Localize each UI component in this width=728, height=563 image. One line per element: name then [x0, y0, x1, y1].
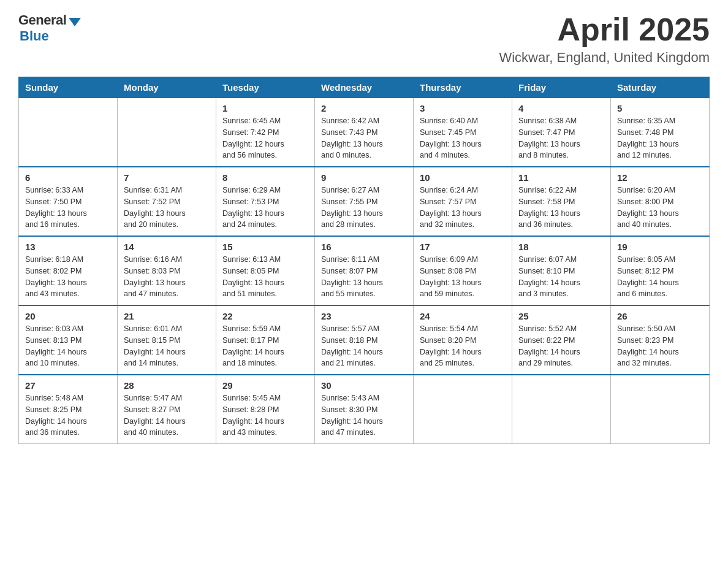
day-of-week-header: Tuesday: [216, 77, 315, 98]
calendar-cell: 26Sunrise: 5:50 AM Sunset: 8:23 PM Dayli…: [611, 305, 710, 375]
calendar-header-row: SundayMondayTuesdayWednesdayThursdayFrid…: [19, 77, 710, 98]
day-of-week-header: Saturday: [611, 77, 710, 98]
day-info: Sunrise: 6:35 AM Sunset: 7:48 PM Dayligh…: [617, 115, 703, 161]
day-info: Sunrise: 5:52 AM Sunset: 8:22 PM Dayligh…: [518, 323, 604, 369]
calendar-cell: 1Sunrise: 6:45 AM Sunset: 7:42 PM Daylig…: [216, 98, 315, 167]
logo-blue-text: Blue: [20, 28, 49, 44]
calendar-cell: 3Sunrise: 6:40 AM Sunset: 7:45 PM Daylig…: [414, 98, 512, 167]
calendar-cell: 28Sunrise: 5:47 AM Sunset: 8:27 PM Dayli…: [118, 375, 216, 444]
calendar-cell: 16Sunrise: 6:11 AM Sunset: 8:07 PM Dayli…: [315, 236, 414, 305]
calendar-cell: 15Sunrise: 6:13 AM Sunset: 8:05 PM Dayli…: [216, 236, 315, 305]
day-number: 29: [222, 380, 308, 391]
day-info: Sunrise: 6:29 AM Sunset: 7:53 PM Dayligh…: [222, 185, 308, 231]
day-number: 3: [420, 103, 506, 113]
calendar-cell: 11Sunrise: 6:22 AM Sunset: 7:58 PM Dayli…: [512, 167, 611, 236]
day-number: 24: [420, 311, 506, 321]
day-info: Sunrise: 6:31 AM Sunset: 7:52 PM Dayligh…: [124, 185, 210, 231]
calendar-cell: 23Sunrise: 5:57 AM Sunset: 8:18 PM Dayli…: [315, 305, 414, 375]
day-info: Sunrise: 6:33 AM Sunset: 7:50 PM Dayligh…: [25, 185, 111, 231]
day-number: 30: [321, 380, 407, 391]
calendar-cell: 25Sunrise: 5:52 AM Sunset: 8:22 PM Dayli…: [512, 305, 611, 375]
logo: General Blue: [18, 12, 81, 44]
day-number: 18: [518, 242, 604, 252]
day-number: 1: [222, 103, 308, 113]
logo-general-text: General: [18, 12, 66, 28]
day-info: Sunrise: 6:24 AM Sunset: 7:57 PM Dayligh…: [420, 185, 506, 231]
calendar-cell: 14Sunrise: 6:16 AM Sunset: 8:03 PM Dayli…: [118, 236, 216, 305]
calendar-cell: [611, 375, 710, 444]
day-info: Sunrise: 6:16 AM Sunset: 8:03 PM Dayligh…: [124, 254, 210, 300]
calendar-cell: 27Sunrise: 5:48 AM Sunset: 8:25 PM Dayli…: [19, 375, 118, 444]
day-number: 28: [124, 380, 210, 391]
logo-arrow-icon: [69, 18, 81, 26]
day-number: 22: [222, 311, 308, 321]
day-info: Sunrise: 6:27 AM Sunset: 7:55 PM Dayligh…: [321, 185, 407, 231]
calendar-cell: 17Sunrise: 6:09 AM Sunset: 8:08 PM Dayli…: [414, 236, 512, 305]
location-title: Wickwar, England, United Kingdom: [499, 50, 710, 66]
day-number: 5: [617, 103, 703, 113]
day-of-week-header: Friday: [512, 77, 611, 98]
day-number: 17: [420, 242, 506, 252]
day-of-week-header: Monday: [118, 77, 216, 98]
month-title: April 2025: [499, 12, 710, 47]
day-info: Sunrise: 5:50 AM Sunset: 8:23 PM Dayligh…: [617, 323, 703, 369]
calendar-cell: 7Sunrise: 6:31 AM Sunset: 7:52 PM Daylig…: [118, 167, 216, 236]
day-info: Sunrise: 5:47 AM Sunset: 8:27 PM Dayligh…: [124, 393, 210, 439]
calendar-cell: 22Sunrise: 5:59 AM Sunset: 8:17 PM Dayli…: [216, 305, 315, 375]
calendar-cell: 13Sunrise: 6:18 AM Sunset: 8:02 PM Dayli…: [19, 236, 118, 305]
day-number: 9: [321, 172, 407, 183]
day-of-week-header: Thursday: [414, 77, 512, 98]
day-number: 20: [25, 311, 111, 321]
day-number: 15: [222, 242, 308, 252]
day-info: Sunrise: 6:18 AM Sunset: 8:02 PM Dayligh…: [25, 254, 111, 300]
day-number: 23: [321, 311, 407, 321]
day-info: Sunrise: 5:54 AM Sunset: 8:20 PM Dayligh…: [420, 323, 506, 369]
calendar-cell: 12Sunrise: 6:20 AM Sunset: 8:00 PM Dayli…: [611, 167, 710, 236]
day-info: Sunrise: 6:22 AM Sunset: 7:58 PM Dayligh…: [518, 185, 604, 231]
day-info: Sunrise: 6:20 AM Sunset: 8:00 PM Dayligh…: [617, 185, 703, 231]
title-area: April 2025 Wickwar, England, United King…: [499, 12, 710, 66]
day-number: 12: [617, 172, 703, 183]
day-number: 8: [222, 172, 308, 183]
day-number: 25: [518, 311, 604, 321]
calendar-week-row: 20Sunrise: 6:03 AM Sunset: 8:13 PM Dayli…: [19, 305, 710, 375]
day-info: Sunrise: 6:42 AM Sunset: 7:43 PM Dayligh…: [321, 115, 407, 161]
calendar-cell: 10Sunrise: 6:24 AM Sunset: 7:57 PM Dayli…: [414, 167, 512, 236]
day-info: Sunrise: 5:43 AM Sunset: 8:30 PM Dayligh…: [321, 393, 407, 439]
calendar-cell: 9Sunrise: 6:27 AM Sunset: 7:55 PM Daylig…: [315, 167, 414, 236]
day-info: Sunrise: 5:45 AM Sunset: 8:28 PM Dayligh…: [222, 393, 308, 439]
page-header: General Blue April 2025 Wickwar, England…: [18, 12, 710, 66]
day-info: Sunrise: 6:05 AM Sunset: 8:12 PM Dayligh…: [617, 254, 703, 300]
day-number: 27: [25, 380, 111, 391]
calendar-cell: 8Sunrise: 6:29 AM Sunset: 7:53 PM Daylig…: [216, 167, 315, 236]
day-info: Sunrise: 6:45 AM Sunset: 7:42 PM Dayligh…: [222, 115, 308, 161]
calendar-cell: [19, 98, 118, 167]
calendar-cell: 6Sunrise: 6:33 AM Sunset: 7:50 PM Daylig…: [19, 167, 118, 236]
day-info: Sunrise: 5:59 AM Sunset: 8:17 PM Dayligh…: [222, 323, 308, 369]
day-info: Sunrise: 6:11 AM Sunset: 8:07 PM Dayligh…: [321, 254, 407, 300]
day-number: 26: [617, 311, 703, 321]
calendar-cell: 20Sunrise: 6:03 AM Sunset: 8:13 PM Dayli…: [19, 305, 118, 375]
day-info: Sunrise: 6:07 AM Sunset: 8:10 PM Dayligh…: [518, 254, 604, 300]
calendar-cell: 4Sunrise: 6:38 AM Sunset: 7:47 PM Daylig…: [512, 98, 611, 167]
calendar-week-row: 1Sunrise: 6:45 AM Sunset: 7:42 PM Daylig…: [19, 98, 710, 167]
day-info: Sunrise: 6:40 AM Sunset: 7:45 PM Dayligh…: [420, 115, 506, 161]
day-number: 21: [124, 311, 210, 321]
day-of-week-header: Wednesday: [315, 77, 414, 98]
day-info: Sunrise: 5:48 AM Sunset: 8:25 PM Dayligh…: [25, 393, 111, 439]
day-number: 19: [617, 242, 703, 252]
calendar-table: SundayMondayTuesdayWednesdayThursdayFrid…: [18, 77, 710, 444]
day-number: 6: [25, 172, 111, 183]
calendar-cell: 18Sunrise: 6:07 AM Sunset: 8:10 PM Dayli…: [512, 236, 611, 305]
calendar-cell: 29Sunrise: 5:45 AM Sunset: 8:28 PM Dayli…: [216, 375, 315, 444]
calendar-cell: [414, 375, 512, 444]
day-number: 13: [25, 242, 111, 252]
calendar-cell: 30Sunrise: 5:43 AM Sunset: 8:30 PM Dayli…: [315, 375, 414, 444]
day-info: Sunrise: 6:01 AM Sunset: 8:15 PM Dayligh…: [124, 323, 210, 369]
calendar-cell: 21Sunrise: 6:01 AM Sunset: 8:15 PM Dayli…: [118, 305, 216, 375]
calendar-cell: 5Sunrise: 6:35 AM Sunset: 7:48 PM Daylig…: [611, 98, 710, 167]
day-number: 2: [321, 103, 407, 113]
calendar-week-row: 13Sunrise: 6:18 AM Sunset: 8:02 PM Dayli…: [19, 236, 710, 305]
calendar-week-row: 27Sunrise: 5:48 AM Sunset: 8:25 PM Dayli…: [19, 375, 710, 444]
calendar-cell: 24Sunrise: 5:54 AM Sunset: 8:20 PM Dayli…: [414, 305, 512, 375]
